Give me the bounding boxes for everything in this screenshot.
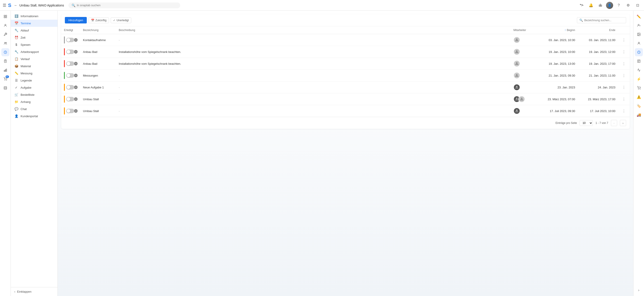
global-search[interactable]: 🔍 xyxy=(68,2,180,8)
sidebar-item-spesen[interactable]: $ Spesen xyxy=(11,41,58,48)
erledigt-toggle[interactable] xyxy=(66,50,74,54)
row-more-button[interactable]: ⋮ xyxy=(621,84,627,90)
rail-page-icon[interactable] xyxy=(1,84,10,92)
row-actions-cell: ⋮ xyxy=(618,34,630,46)
right-bolt-icon[interactable]: ⚡ xyxy=(635,75,643,83)
sidebar-item-zeit[interactable]: ⏰ Zeit xyxy=(11,34,58,41)
right-person-icon[interactable] xyxy=(635,39,643,47)
svg-point-24 xyxy=(6,80,6,80)
legend-icon: ☰ xyxy=(14,79,18,82)
card-toolbar: Hinzufügen 📅 Zukünftig ✓ Unerledigt 🔍 xyxy=(61,14,630,26)
sidebar-item-kundenportal[interactable]: 👤 Kundenportal xyxy=(11,113,58,120)
erledigt-toggle[interactable] xyxy=(66,85,74,90)
erledigt-toggle[interactable] xyxy=(66,61,74,66)
sidebar-label-termine: Termine xyxy=(20,22,31,25)
sidebar-nav: ℹ️ Informationen 📅 Termine 🔧 Ablauf ⏰ Ze… xyxy=(11,11,58,287)
menu-icon[interactable]: ☰ xyxy=(3,3,6,8)
collapse-button[interactable]: ‹ Einklappen xyxy=(11,287,58,296)
rail-chart-icon[interactable] xyxy=(1,66,10,74)
rail-clipboard-icon[interactable] xyxy=(1,57,10,65)
table-row: − Anbau BadInstallationshöhe vom Spiegel… xyxy=(61,58,630,70)
sidebar-item-material[interactable]: 📦 Material xyxy=(11,62,58,70)
right-cart-icon[interactable] xyxy=(635,84,643,92)
erledigt-toggle[interactable] xyxy=(66,97,74,101)
minus-icon: − xyxy=(74,86,78,89)
row-more-button[interactable]: ⋮ xyxy=(621,37,627,43)
bezeichnung-search-input[interactable] xyxy=(584,19,624,22)
svg-point-4 xyxy=(582,5,583,5)
th-actions xyxy=(618,26,630,34)
svg-point-36 xyxy=(638,24,639,25)
rail-cart-icon[interactable]: 27 xyxy=(1,75,10,83)
search-input[interactable] xyxy=(77,3,177,7)
rail-person-icon[interactable] xyxy=(1,21,10,29)
rail-group-icon[interactable] xyxy=(1,39,10,47)
row-actions-cell: ⋮ xyxy=(618,46,630,58)
rail-grid-icon[interactable] xyxy=(1,12,10,20)
filter-tuner-button[interactable] xyxy=(578,1,586,9)
filter-unerledigt-button[interactable]: ✓ Unerledigt xyxy=(111,17,131,23)
right-tag-icon[interactable]: 🏷️ xyxy=(635,102,643,110)
bezeichnung-search[interactable]: 🔍 xyxy=(577,17,626,23)
right-list-icon[interactable] xyxy=(635,57,643,65)
sidebar-item-ablauf[interactable]: 🔧 Ablauf xyxy=(11,27,58,34)
sidebar-item-verlauf[interactable]: 📋 Verlauf xyxy=(11,55,58,62)
right-image-icon[interactable] xyxy=(635,30,643,38)
erledigt-toggle[interactable] xyxy=(66,73,74,78)
right-add-person-icon[interactable] xyxy=(635,21,643,29)
right-truck-icon[interactable]: 🚚 xyxy=(635,111,643,119)
sidebar-item-arbeitsrapport[interactable]: 🔧 Arbeitsrapport xyxy=(11,48,58,55)
back-button[interactable]: ← xyxy=(14,3,18,7)
ende-cell: 19. Jan. 2023, 12:00 xyxy=(578,46,618,58)
sidebar-label-chat: Chat xyxy=(20,107,26,111)
table-row: − Umbau Stall- 23. März 2023, 07:0023. M… xyxy=(61,93,630,105)
sidebar-item-messung[interactable]: 📏 Messung xyxy=(11,70,58,77)
rail-tools-icon[interactable] xyxy=(1,30,10,38)
sidebar-item-anhang[interactable]: 📁 Anhang xyxy=(11,98,58,105)
svg-point-13 xyxy=(5,24,6,25)
sidebar-item-termine[interactable]: 📅 Termine xyxy=(11,20,58,27)
sidebar-item-informationen[interactable]: ℹ️ Informationen xyxy=(11,12,58,20)
row-more-button[interactable]: ⋮ xyxy=(621,61,627,67)
time-icon: ⏰ xyxy=(14,36,18,39)
user-avatar[interactable]: 👤 xyxy=(606,2,613,9)
right-pencil-icon[interactable]: ✏️ xyxy=(635,12,643,20)
verlauf-icon: 📋 xyxy=(14,57,18,61)
svg-rect-21 xyxy=(5,70,6,71)
erledigt-toggle[interactable] xyxy=(66,109,74,113)
right-chart-icon[interactable] xyxy=(635,66,643,74)
calendar-icon: 📅 xyxy=(14,21,18,25)
right-clock-icon[interactable] xyxy=(635,48,643,56)
sidebar-label-arbeitsrapport: Arbeitsrapport xyxy=(20,50,39,54)
expand-button[interactable]: ⊡ xyxy=(634,1,641,9)
notification-bell-button[interactable]: 🔔 xyxy=(587,1,595,9)
sidebar-item-chat[interactable]: 💬 Chat xyxy=(11,105,58,113)
add-button[interactable]: Hinzufügen xyxy=(65,17,87,23)
beginn-cell: 19. Jan. 2023, 13:00 xyxy=(538,58,578,70)
minus-icon: − xyxy=(74,62,78,65)
sidebar-item-bestellliste[interactable]: 🛒 Bestellliste xyxy=(11,91,58,98)
sidebar-label-kundenportal: Kundenportal xyxy=(20,115,38,118)
right-warning-icon[interactable]: ⚠️ xyxy=(635,93,643,101)
right-expand-icon[interactable]: › xyxy=(635,286,643,294)
row-more-button[interactable]: ⋮ xyxy=(621,108,627,114)
th-beginn[interactable]: ↑ Beginn xyxy=(538,26,578,34)
settings-button[interactable]: ⚙ xyxy=(624,1,632,9)
erledigt-toggle[interactable] xyxy=(66,38,74,42)
rail-clock-icon[interactable] xyxy=(1,48,10,56)
per-page-select[interactable]: 10 25 50 100 xyxy=(580,120,593,126)
pagination-prev-button[interactable]: ‹ xyxy=(611,120,617,126)
bot-button[interactable] xyxy=(596,1,604,9)
mitarbeiter-cell xyxy=(511,46,538,58)
pagination-next-button[interactable]: › xyxy=(620,120,626,126)
row-more-button[interactable]: ⋮ xyxy=(621,96,627,102)
sidebar-item-aufgabe[interactable]: ✓ Aufgabe xyxy=(11,84,58,91)
sidebar-item-legende[interactable]: ☰ Legende xyxy=(11,77,58,84)
search-icon: 🔍 xyxy=(580,18,583,22)
filter-zukunftig-button[interactable]: 📅 Zukünftig xyxy=(88,17,109,23)
th-mitarbeiter: Mitarbeiter xyxy=(511,26,538,34)
bezeichnung-cell: Anbau Bad xyxy=(80,58,116,70)
help-button[interactable]: ? xyxy=(615,1,622,9)
row-more-button[interactable]: ⋮ xyxy=(621,73,627,79)
row-more-button[interactable]: ⋮ xyxy=(621,49,627,55)
